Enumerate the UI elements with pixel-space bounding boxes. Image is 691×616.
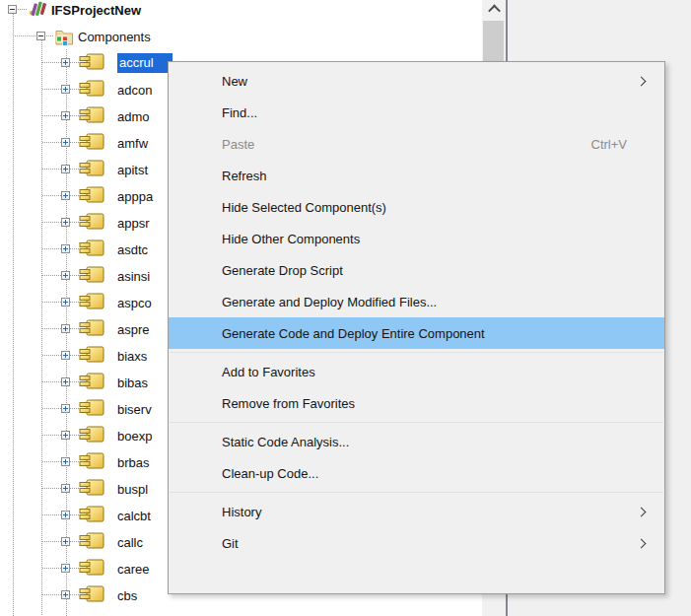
menu-item-find[interactable]: Find... <box>169 97 664 128</box>
component-icon <box>79 452 104 469</box>
menu-item-label: Refresh <box>222 169 267 183</box>
tree-item-label: IFSProjectNew <box>51 2 141 17</box>
menu-item-label: New <box>222 74 247 89</box>
tree-item-label: amfw <box>117 135 148 150</box>
component-icon <box>79 133 104 150</box>
menu-item-remove-from-favorites[interactable]: Remove from Favorites <box>169 387 664 419</box>
menu-item-generate-and-deploy-modified-files[interactable]: Generate and Deploy Modified Files... <box>169 286 664 317</box>
expand-toggle[interactable] <box>61 564 70 573</box>
expand-toggle[interactable] <box>61 111 70 120</box>
expand-toggle[interactable] <box>61 404 70 413</box>
context-menu: New Find... Paste Ctrl+V Refresh Hide Se… <box>168 61 665 594</box>
expand-toggle[interactable] <box>61 324 70 333</box>
tree-item-label: biserv <box>117 401 152 416</box>
component-icon <box>79 559 104 576</box>
expand-toggle[interactable] <box>61 58 70 67</box>
tree-item-label: caree <box>117 561 150 576</box>
tree-item-label: aspre <box>117 321 150 336</box>
tree-item-label: accrul <box>117 53 173 73</box>
expand-toggle[interactable] <box>61 511 70 519</box>
project-icon <box>28 0 49 18</box>
component-icon <box>79 240 104 256</box>
menu-item-refresh[interactable]: Refresh <box>169 160 664 191</box>
expand-toggle[interactable] <box>61 191 70 200</box>
expand-toggle[interactable] <box>61 271 70 280</box>
component-icon <box>79 373 104 389</box>
menu-item-history[interactable]: History <box>169 496 664 527</box>
expand-toggle[interactable] <box>61 218 70 227</box>
menu-item-label: Find... <box>222 105 257 120</box>
menu-item-label: Generate Drop Script <box>222 263 343 278</box>
tree-item-label: brbas <box>117 454 150 469</box>
tree-item-label: biaxs <box>117 348 147 363</box>
menu-item-static-code-analysis[interactable]: Static Code Analysis... <box>169 426 664 457</box>
expand-toggle[interactable] <box>61 298 70 307</box>
tree-item-label: aspco <box>117 295 152 309</box>
component-icon <box>79 80 104 97</box>
menu-item-label: Git <box>222 536 239 551</box>
menu-item-paste[interactable]: Paste Ctrl+V <box>169 128 664 160</box>
tree-item-label: buspl <box>117 481 148 496</box>
tree-item-label: adcon <box>117 82 152 97</box>
component-icon <box>79 213 104 230</box>
component-icon <box>79 506 104 522</box>
menu-item-label: Static Code Analysis... <box>222 435 349 449</box>
expand-toggle[interactable] <box>61 351 70 360</box>
menu-separator <box>170 422 663 423</box>
tree-item-label: asdtc <box>117 241 148 256</box>
tree-item-root[interactable]: IFSProjectNew <box>0 0 482 23</box>
menu-item-clean-up-code[interactable]: Clean-up Code... <box>169 457 664 489</box>
menu-item-generate-code-and-deploy-entire-component[interactable]: Generate Code and Deploy Entire Componen… <box>169 317 664 349</box>
menu-item-label: Generate Code and Deploy Entire Componen… <box>222 326 485 341</box>
tree-item-label: calcbt <box>117 508 151 522</box>
component-icon <box>79 426 104 443</box>
menu-item-label: Hide Selected Component(s) <box>222 200 386 215</box>
submenu-arrow-icon <box>637 76 647 86</box>
component-icon <box>79 479 104 496</box>
component-icon <box>79 293 104 309</box>
menu-item-hide-other-components[interactable]: Hide Other Components <box>169 223 664 254</box>
expand-toggle[interactable] <box>61 457 70 466</box>
menu-item-new[interactable]: New <box>169 65 664 97</box>
menu-item-label: History <box>222 505 261 519</box>
menu-item-generate-drop-script[interactable]: Generate Drop Script <box>169 254 664 286</box>
component-icon <box>79 266 104 283</box>
tree-item-label: boexp <box>117 428 152 443</box>
component-icon <box>79 106 104 123</box>
scroll-up-button[interactable] <box>482 0 506 18</box>
component-icon <box>79 160 104 176</box>
component-icon <box>79 532 104 549</box>
expand-toggle[interactable] <box>61 165 70 173</box>
component-icon <box>79 399 104 416</box>
menu-item-git[interactable]: Git <box>169 527 664 559</box>
tree-item-folder[interactable]: Components <box>0 23 482 49</box>
expand-toggle[interactable] <box>61 377 70 386</box>
tree-guide-stub <box>15 35 54 36</box>
expand-toggle[interactable] <box>61 85 70 94</box>
expand-toggle[interactable] <box>61 537 70 546</box>
expand-toggle[interactable] <box>61 431 70 440</box>
component-icon <box>79 319 104 336</box>
tree-item-label: apppa <box>117 188 153 203</box>
menu-item-label: Remove from Favorites <box>222 396 355 411</box>
tree-item-label: apitst <box>117 162 148 176</box>
menu-separator <box>170 352 663 353</box>
expand-toggle[interactable] <box>61 590 70 599</box>
expand-toggle[interactable] <box>61 244 70 253</box>
folder-icon <box>54 27 74 46</box>
expand-toggle[interactable] <box>36 32 45 40</box>
expand-toggle[interactable] <box>61 138 70 147</box>
menu-item-add-to-favorites[interactable]: Add to Favorites <box>169 356 664 387</box>
menu-item-hide-selected-component-s[interactable]: Hide Selected Component(s) <box>169 191 664 223</box>
expand-toggle[interactable] <box>61 484 70 493</box>
submenu-arrow-icon <box>637 507 647 516</box>
tree-item-label: Components <box>78 29 151 43</box>
expand-toggle[interactable] <box>8 5 17 14</box>
component-icon <box>79 186 104 203</box>
menu-item-label: Generate and Deploy Modified Files... <box>222 295 437 309</box>
component-icon <box>79 53 104 70</box>
tree-item-label: cbs <box>117 587 137 602</box>
tree-item-label: bibas <box>117 375 148 389</box>
menu-item-label: Paste <box>222 137 254 152</box>
scrollbar-thumb[interactable] <box>483 21 504 61</box>
